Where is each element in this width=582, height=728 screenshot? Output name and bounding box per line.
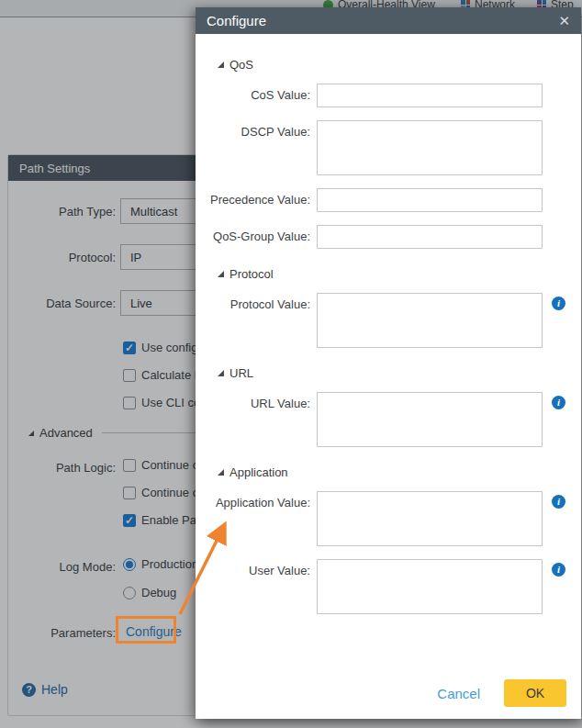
collapse-triangle-icon	[218, 271, 224, 277]
qos-group-value-input[interactable]	[317, 225, 543, 249]
section-protocol-title: Protocol	[229, 267, 274, 281]
info-icon[interactable]: i	[552, 396, 565, 409]
info-icon[interactable]: i	[552, 495, 565, 509]
section-url[interactable]: URL	[218, 366, 566, 380]
section-application[interactable]: Application	[218, 465, 566, 479]
url-value-textarea[interactable]	[317, 392, 543, 447]
cos-value-row: CoS Value:	[205, 84, 566, 107]
user-value-row: User Value: i	[205, 559, 566, 614]
app-root: Overall-Health View Network Step Path Se…	[0, 0, 582, 728]
precedence-value-input[interactable]	[317, 188, 543, 212]
dscp-value-row: DSCP Value:	[205, 120, 566, 175]
user-value-label: User Value:	[205, 559, 317, 614]
url-value-label: URL Value:	[205, 392, 317, 447]
application-value-textarea[interactable]	[317, 491, 543, 546]
precedence-value-row: Precedence Value:	[205, 188, 566, 212]
info-icon[interactable]: i	[552, 563, 565, 577]
application-value-label: Application Value:	[205, 491, 317, 546]
section-protocol[interactable]: Protocol	[218, 267, 566, 281]
cos-value-label: CoS Value:	[205, 84, 317, 107]
collapse-triangle-icon	[218, 469, 224, 476]
qos-group-value-row: QoS-Group Value:	[205, 225, 566, 249]
section-qos-title: QoS	[229, 58, 253, 72]
url-value-row: URL Value: i	[205, 392, 566, 447]
dialog-title: Configure	[207, 13, 266, 28]
collapse-triangle-icon	[218, 370, 224, 376]
configure-dialog-body: QoS CoS Value: DSCP Value: Precedence Va…	[196, 58, 581, 614]
section-application-title: Application	[229, 465, 288, 479]
user-value-textarea[interactable]	[317, 559, 543, 614]
info-icon[interactable]: i	[552, 297, 565, 310]
ok-button[interactable]: OK	[504, 679, 566, 707]
close-icon[interactable]: ✕	[558, 14, 570, 28]
qos-group-value-label: QoS-Group Value:	[205, 225, 317, 249]
cancel-button[interactable]: Cancel	[437, 686, 480, 701]
section-qos[interactable]: QoS	[218, 58, 566, 72]
collapse-triangle-icon	[218, 62, 224, 68]
configure-dialog-header: Configure ✕	[196, 7, 581, 34]
dialog-footer: Cancel OK	[437, 679, 566, 707]
precedence-value-label: Precedence Value:	[205, 188, 317, 212]
protocol-value-label: Protocol Value:	[205, 293, 317, 348]
cos-value-input[interactable]	[317, 84, 543, 107]
dscp-value-label: DSCP Value:	[205, 120, 317, 175]
protocol-value-textarea[interactable]	[317, 293, 543, 348]
protocol-value-row: Protocol Value: i	[205, 293, 566, 348]
application-value-row: Application Value: i	[205, 491, 566, 546]
section-url-title: URL	[229, 366, 253, 380]
configure-dialog: Configure ✕ QoS CoS Value: DSCP Value: P…	[196, 7, 581, 719]
dscp-value-textarea[interactable]	[317, 120, 543, 175]
